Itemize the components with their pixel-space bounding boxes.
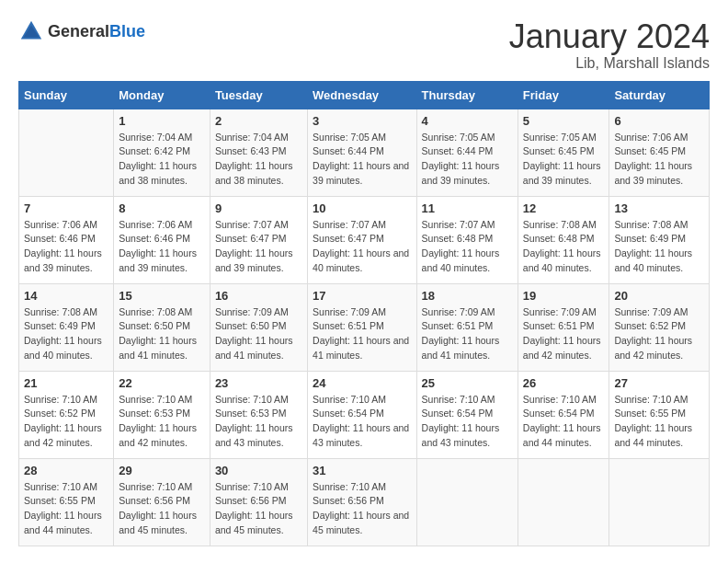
sunset-text: Sunset: 6:56 PM [215,494,302,509]
day-info: Sunrise: 7:05 AMSunset: 6:45 PMDaylight:… [523,131,605,189]
day-info: Sunrise: 7:07 AMSunset: 6:48 PMDaylight:… [422,218,513,276]
daylight-text: Daylight: 11 hours and 39 minutes. [119,247,205,276]
sunrise-text: Sunrise: 7:08 AM [24,305,108,320]
sunset-text: Sunset: 6:55 PM [614,407,704,421]
sunrise-text: Sunrise: 7:10 AM [24,393,108,408]
day-number: 22 [119,376,205,390]
daylight-text: Daylight: 11 hours and 41 minutes. [119,334,205,363]
sunset-text: Sunset: 6:48 PM [523,232,605,247]
sunrise-text: Sunrise: 7:10 AM [313,393,411,408]
sunset-text: Sunset: 6:51 PM [422,319,513,334]
day-info: Sunrise: 7:10 AMSunset: 6:56 PMDaylight:… [215,480,302,538]
day-number: 26 [523,376,605,390]
day-info: Sunrise: 7:04 AMSunset: 6:43 PMDaylight:… [215,131,302,189]
sunrise-text: Sunrise: 7:06 AM [24,218,108,233]
calendar-header-row: SundayMondayTuesdayWednesdayThursdayFrid… [19,81,710,109]
daylight-text: Daylight: 11 hours and 39 minutes. [422,159,513,189]
sunset-text: Sunset: 6:46 PM [119,232,205,247]
calendar-cell: 31Sunrise: 7:10 AMSunset: 6:56 PMDayligh… [308,458,416,546]
sunset-text: Sunset: 6:48 PM [422,232,513,247]
calendar-cell: 1Sunrise: 7:04 AMSunset: 6:42 PMDaylight… [114,109,210,196]
daylight-text: Daylight: 11 hours and 42 minutes. [614,334,704,363]
sunrise-text: Sunrise: 7:10 AM [215,393,302,408]
sunset-text: Sunset: 6:47 PM [313,232,411,247]
day-number: 31 [313,464,411,477]
daylight-text: Daylight: 11 hours and 40 minutes. [422,247,513,276]
sunset-text: Sunset: 6:56 PM [119,494,205,509]
calendar-week-row: 14Sunrise: 7:08 AMSunset: 6:49 PMDayligh… [19,283,710,371]
calendar-cell: 5Sunrise: 7:05 AMSunset: 6:45 PMDaylight… [518,109,609,196]
day-number: 21 [24,376,108,390]
day-info: Sunrise: 7:05 AMSunset: 6:44 PMDaylight:… [422,131,513,189]
daylight-text: Daylight: 11 hours and 44 minutes. [614,421,704,451]
day-number: 2 [215,114,302,128]
sunset-text: Sunset: 6:51 PM [523,319,605,334]
day-info: Sunrise: 7:07 AMSunset: 6:47 PMDaylight:… [215,218,302,276]
sunrise-text: Sunrise: 7:09 AM [313,305,411,320]
calendar-cell: 27Sunrise: 7:10 AMSunset: 6:55 PMDayligh… [609,371,710,458]
daylight-text: Daylight: 11 hours and 43 minutes. [215,421,302,451]
day-info: Sunrise: 7:10 AMSunset: 6:55 PMDaylight:… [24,480,108,538]
sunset-text: Sunset: 6:51 PM [313,319,411,334]
day-number: 7 [24,201,108,215]
sunrise-text: Sunrise: 7:10 AM [422,393,513,408]
sunset-text: Sunset: 6:56 PM [313,494,411,509]
day-number: 25 [422,376,513,390]
calendar-cell: 3Sunrise: 7:05 AMSunset: 6:44 PMDaylight… [308,109,416,196]
day-number: 16 [215,289,302,303]
sunset-text: Sunset: 6:44 PM [422,144,513,159]
day-info: Sunrise: 7:10 AMSunset: 6:56 PMDaylight:… [313,480,411,538]
day-number: 10 [313,201,411,215]
calendar-cell: 12Sunrise: 7:08 AMSunset: 6:48 PMDayligh… [518,196,609,283]
sunrise-text: Sunrise: 7:07 AM [313,218,411,233]
day-info: Sunrise: 7:08 AMSunset: 6:49 PMDaylight:… [614,218,704,276]
daylight-text: Daylight: 11 hours and 40 minutes. [614,247,704,276]
calendar-cell: 19Sunrise: 7:09 AMSunset: 6:51 PMDayligh… [518,283,609,371]
calendar-cell: 9Sunrise: 7:07 AMSunset: 6:47 PMDaylight… [210,196,307,283]
calendar-cell: 15Sunrise: 7:08 AMSunset: 6:50 PMDayligh… [114,283,210,371]
daylight-text: Daylight: 11 hours and 41 minutes. [313,334,411,363]
day-info: Sunrise: 7:10 AMSunset: 6:52 PMDaylight:… [24,393,108,451]
sunset-text: Sunset: 6:49 PM [24,319,108,334]
calendar-cell [609,458,710,546]
daylight-text: Daylight: 11 hours and 40 minutes. [523,247,605,276]
sunrise-text: Sunrise: 7:08 AM [614,218,704,233]
calendar-cell: 29Sunrise: 7:10 AMSunset: 6:56 PMDayligh… [114,458,210,546]
day-info: Sunrise: 7:10 AMSunset: 6:55 PMDaylight:… [614,393,704,451]
calendar-cell: 28Sunrise: 7:10 AMSunset: 6:55 PMDayligh… [19,458,114,546]
sunrise-text: Sunrise: 7:07 AM [422,218,513,233]
calendar-cell [416,458,518,546]
daylight-text: Daylight: 11 hours and 45 minutes. [313,509,411,538]
logo-icon [18,18,44,44]
daylight-text: Daylight: 11 hours and 38 minutes. [215,159,302,189]
title-block: January 2024 Lib, Marshall Islands [509,18,710,72]
daylight-text: Daylight: 11 hours and 44 minutes. [523,421,605,451]
sunset-text: Sunset: 6:46 PM [24,232,108,247]
day-number: 20 [614,289,704,303]
day-number: 28 [24,464,108,477]
day-number: 11 [422,201,513,215]
sunset-text: Sunset: 6:54 PM [523,407,605,421]
header-sunday: Sunday [19,81,114,109]
calendar-cell [19,109,114,196]
day-number: 3 [313,114,411,128]
calendar-cell: 21Sunrise: 7:10 AMSunset: 6:52 PMDayligh… [19,371,114,458]
header-friday: Friday [518,81,609,109]
sunset-text: Sunset: 6:43 PM [215,144,302,159]
calendar-cell: 17Sunrise: 7:09 AMSunset: 6:51 PMDayligh… [308,283,416,371]
day-info: Sunrise: 7:07 AMSunset: 6:47 PMDaylight:… [313,218,411,276]
sunrise-text: Sunrise: 7:09 AM [614,305,704,320]
daylight-text: Daylight: 11 hours and 39 minutes. [215,247,302,276]
sunset-text: Sunset: 6:45 PM [523,144,605,159]
daylight-text: Daylight: 11 hours and 42 minutes. [119,421,205,451]
sunset-text: Sunset: 6:55 PM [24,494,108,509]
daylight-text: Daylight: 11 hours and 45 minutes. [119,509,205,538]
daylight-text: Daylight: 11 hours and 43 minutes. [422,421,513,451]
daylight-text: Daylight: 11 hours and 39 minutes. [614,159,704,189]
day-info: Sunrise: 7:10 AMSunset: 6:54 PMDaylight:… [313,393,411,451]
daylight-text: Daylight: 11 hours and 39 minutes. [24,247,108,276]
calendar-cell: 10Sunrise: 7:07 AMSunset: 6:47 PMDayligh… [308,196,416,283]
day-number: 5 [523,114,605,128]
calendar-cell: 30Sunrise: 7:10 AMSunset: 6:56 PMDayligh… [210,458,307,546]
sunset-text: Sunset: 6:50 PM [119,319,205,334]
